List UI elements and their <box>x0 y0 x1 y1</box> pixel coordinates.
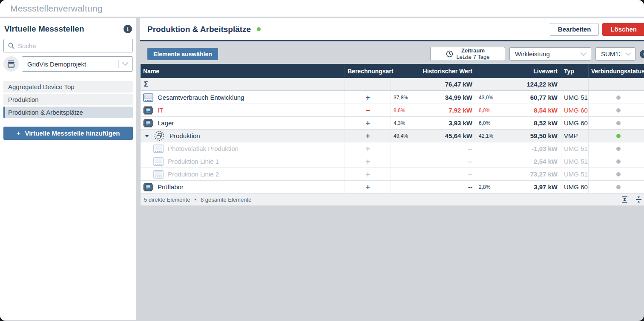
live-value: 60,77 kW <box>530 94 558 101</box>
table-row[interactable]: Prüflabor+--2,8%3,97 kWUMG 604 <box>141 181 644 194</box>
aggregation-select[interactable]: SUM13 <box>595 47 635 61</box>
aggregation-select-value: SUM13 <box>601 50 620 58</box>
add-toggle[interactable]: + <box>365 94 370 101</box>
chevron-down-icon[interactable] <box>145 135 149 137</box>
column-header-calculation: Berechnungsart <box>345 64 391 78</box>
row-name: Produktion Linie 1 <box>168 158 219 165</box>
live-percent: 6,0% <box>479 107 490 113</box>
table-row[interactable]: IT−8,6%7,92 kW6,0%8,54 kWUMG 604 <box>141 104 644 117</box>
sum-live-value: 124,22 kW <box>526 81 558 88</box>
table-footer: 5 direkte Elemente • 8 gesamte Elemente <box>141 194 644 205</box>
row-name: Lager <box>158 119 174 127</box>
add-toggle[interactable]: + <box>365 171 370 178</box>
historical-percent: 49,4% <box>394 133 408 139</box>
collapse-all-icon[interactable] <box>635 196 642 203</box>
historical-percent: 4,3% <box>394 120 405 126</box>
historical-value: -- <box>468 183 472 191</box>
project-select[interactable]: GridVis Demoprojekt <box>22 56 133 72</box>
panel-meter-icon <box>153 157 164 166</box>
device-type: VMP <box>564 132 578 139</box>
add-toggle[interactable]: + <box>365 119 370 127</box>
table-row[interactable]: Produktion+49,4%45,64 kW42,1%59,50 kWVMP <box>141 130 644 142</box>
footer-separator: • <box>194 197 196 203</box>
project-select-value: GridVis Demoprojekt <box>27 61 86 68</box>
live-percent: 42,1% <box>479 133 493 139</box>
chevron-down-icon <box>580 52 587 56</box>
measurement-select[interactable]: Wirkleistung <box>509 47 591 61</box>
chevron-down-icon <box>625 52 631 56</box>
measurement-select-value: Wirkleistung <box>515 50 550 58</box>
add-toggle[interactable]: + <box>365 132 370 140</box>
live-value: 3,97 kW <box>534 183 558 191</box>
delete-button[interactable]: Löschen <box>602 23 644 36</box>
live-value: -1,03 kW <box>532 145 558 152</box>
info-icon[interactable]: i <box>124 25 132 33</box>
historical-value: 7,92 kW <box>448 107 472 114</box>
table-row[interactable]: Gesamtverbrauch Entwicklung+37,8%34,99 k… <box>141 91 644 104</box>
page-title: Produktion & Arbeitsplätze <box>147 25 251 34</box>
historical-value: -- <box>468 158 472 165</box>
row-name: Prüflabor <box>158 183 184 191</box>
project-archive-icon[interactable] <box>3 56 19 72</box>
panel-meter-icon <box>143 93 153 102</box>
historical-value: -- <box>468 145 472 152</box>
table-body: Gesamtverbrauch Entwicklung+37,8%34,99 k… <box>141 91 644 194</box>
live-value: 2,54 kW <box>534 158 558 165</box>
live-value: 73,27 kW <box>530 171 558 178</box>
device-type: UMG 604 <box>564 107 589 114</box>
table-row[interactable]: Photovolatiak Produktion+---1,03 kWUMG 5… <box>141 142 644 155</box>
sidebar-item-0[interactable]: Aggregated Device Top <box>3 81 133 93</box>
connection-status-dot <box>616 185 621 189</box>
sidebar-item-1[interactable]: Produktion <box>3 94 133 105</box>
measuring-points-table: Name Berechnungsart Historischer Wert Li… <box>141 64 644 205</box>
historical-value: -- <box>468 171 472 178</box>
live-value: 59,50 kW <box>530 132 558 139</box>
row-name: Produktion Linie 2 <box>168 171 219 178</box>
period-value: Letzte 7 Tage <box>457 54 490 60</box>
table-row[interactable]: Produktion Linie 1+--2,54 kWUMG 511 <box>141 155 644 168</box>
din-meter-icon <box>143 106 153 115</box>
add-toggle[interactable]: + <box>365 183 370 191</box>
connection-status-dot <box>616 121 621 125</box>
device-type: UMG 604 <box>564 183 589 191</box>
connection-status-dot <box>616 147 621 151</box>
add-toggle[interactable]: + <box>365 158 370 165</box>
expand-all-icon[interactable] <box>621 196 628 203</box>
add-virtual-measuring-point-button[interactable]: + Virtuelle Messstelle hinzufügen <box>3 127 133 140</box>
historical-value: 3,93 kW <box>448 119 472 127</box>
live-percent: 6,0% <box>479 120 490 126</box>
total-elements-count: 8 gesamte Elemente <box>201 197 251 203</box>
select-elements-button[interactable]: Elemente auswählen <box>147 48 218 60</box>
info-icon[interactable]: i <box>640 50 644 58</box>
panel-meter-icon <box>153 145 164 153</box>
period-label: Zeitraum <box>457 48 490 54</box>
historical-value: 45,64 kW <box>445 132 472 139</box>
table-row[interactable]: Lager+4,3%3,93 kW6,0%8,52 kWUMG 604 <box>141 117 644 130</box>
sidebar-item-2[interactable]: Produktion & Arbeitsplätze <box>3 107 133 118</box>
sidebar-heading: Virtuelle Messstellen <box>4 24 84 34</box>
sum-row: Σ 76,47 kW 124,22 kW <box>141 78 644 91</box>
column-header-type: Typ <box>561 64 589 78</box>
period-button[interactable]: Zeitraum Letzte 7 Tage <box>430 47 505 61</box>
live-value: 8,52 kW <box>534 119 558 127</box>
row-name: Gesamtverbrauch Entwicklung <box>158 94 244 101</box>
device-type: UMG 512 <box>564 145 589 152</box>
live-percent: 43,0% <box>479 95 493 101</box>
column-header-name: Name <box>141 64 345 78</box>
din-meter-icon <box>143 183 153 191</box>
add-toggle[interactable]: + <box>365 145 370 153</box>
vmp-icon <box>154 132 164 140</box>
clock-icon <box>446 50 453 58</box>
row-name: Photovolatiak Produktion <box>168 145 239 152</box>
row-name: IT <box>158 107 163 114</box>
connection-status-dot <box>616 108 621 113</box>
table-row[interactable]: Produktion Linie 2+--73,27 kWUMG 512 <box>141 168 644 181</box>
column-header-live: Livewert <box>476 64 561 78</box>
subtract-toggle[interactable]: − <box>365 107 370 114</box>
table-header-row: Name Berechnungsart Historischer Wert Li… <box>141 64 644 78</box>
search-input[interactable] <box>18 42 128 49</box>
app-title: Messstellenverwaltung <box>10 3 103 14</box>
edit-button[interactable]: Bearbeiten <box>550 23 599 36</box>
search-box[interactable] <box>3 39 133 52</box>
device-type: UMG 604 <box>564 119 589 127</box>
